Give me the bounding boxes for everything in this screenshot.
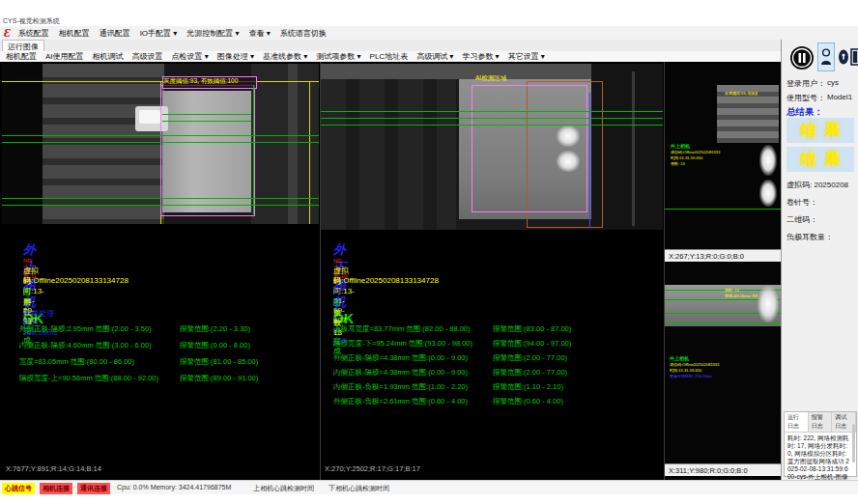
gripper-part <box>139 110 160 124</box>
tool-other-settings[interactable]: 其它设置 ▾ <box>508 51 545 62</box>
result-display-1: 结果 <box>786 118 854 143</box>
exit-button[interactable] <box>849 42 858 71</box>
baseline <box>2 142 319 143</box>
alarm-range: 报警范围:(0.00 - 8.00) <box>180 341 250 350</box>
menu-bar: Ɛ 系统配置 相机配置 通讯配置 IO手配置 ▾ 光源控制配置 ▾ 查看 ▾ 系… <box>0 26 858 41</box>
model-value: Model1 <box>827 93 852 101</box>
reflection-blob <box>758 286 779 322</box>
virtual-code-label: 虚拟码: 20250208 <box>786 180 848 190</box>
machine-texture <box>43 64 164 224</box>
status-bar: 心跳信号 相机连接 通讯连接 Cpu: 0.0% Memory: 3424.41… <box>0 480 858 494</box>
alarm-range: 报警范围:(89.00 - 91.00) <box>180 374 258 383</box>
tool-baseline-params[interactable]: 基准线参数 ▾ <box>263 51 307 62</box>
tool-plc-address[interactable]: PLC地址表 <box>370 51 409 62</box>
tool-camera-config[interactable]: 相机配置 <box>6 51 37 62</box>
roi-rect <box>160 85 255 216</box>
mini-info-line: 层数: 13 <box>671 161 721 166</box>
machine-texture <box>321 79 456 230</box>
machine-texture <box>288 64 298 224</box>
alarm-range: 报警范围:(2.00 - 77.00) <box>493 368 567 378</box>
edge-line <box>162 121 251 122</box>
menu-view[interactable]: 查看 ▾ <box>249 28 271 39</box>
menu-system-config[interactable]: 系统配置 <box>18 28 49 39</box>
window-title: CYS-视觉检测系统 <box>3 16 60 26</box>
baseline <box>665 322 781 323</box>
log-tab-run[interactable]: 运行日志 <box>785 412 809 432</box>
tool-ai-config[interactable]: AI使用配置 <box>45 51 84 62</box>
measurement-row: 外侧正极-负极=2.61mm 范围:(0.60 - 4.00) <box>333 397 468 406</box>
menu-language-switch[interactable]: 系统语言切换 <box>280 28 327 39</box>
roi-rect <box>472 85 587 212</box>
measure-line <box>309 81 310 224</box>
log-panel: 运行日志 报警日志 调试日志 耗时: 222, 网络检测耗时: 17, 网络分发… <box>784 411 857 477</box>
edge-line <box>253 85 254 214</box>
baseline <box>665 209 781 210</box>
measurement-row: 宽度=83.05mm 范围:(80.00 - 86.00) <box>19 357 134 367</box>
app-window: { "window": { "title": "CYS-视觉检测系统" }, "… <box>0 0 858 504</box>
upper-camera-heartbeat: 上相机心跳检测时间 <box>253 484 314 493</box>
right-bottom-coords-strip: X:311;Y:980;R:0;G:0;B:0 <box>665 463 781 476</box>
lower-camera-heartbeat: 下相机心跳检测时间 <box>329 484 389 493</box>
alarm-range: 报警范围:(1.10 - 2.10) <box>493 382 563 392</box>
right-top-camera-preview[interactable]: 灰度阈值:93, 有效阈值:100 外上相机 虚拟码:Offline202502… <box>665 64 781 249</box>
model-label: 使用型号： <box>786 93 825 103</box>
menu-light-config[interactable]: 光源控制配置 ▾ <box>186 28 239 39</box>
login-user-label: 登录用户： <box>786 78 825 89</box>
mini-info-line: 时间:13-31-59-650 <box>670 368 720 373</box>
comm-connection-badge: 通讯连接 <box>77 483 110 494</box>
cpu-memory-status: Cpu: 0.0% Memory: 3424.41796875M <box>117 484 231 490</box>
measurement-row: 隔膜宽度-上=90.56mm 范围:(88.00 - 92.00) <box>19 374 158 383</box>
right-top-pixel-coords: X:267;Y:13;R:0;G:0;B:0 <box>669 252 744 261</box>
menu-io-config[interactable]: IO手配置 ▾ <box>140 28 178 39</box>
user-login-button[interactable] <box>817 42 835 71</box>
threshold-label: 灰度阈值:93, 有效阈值:100 <box>162 76 257 89</box>
menu-comm-config[interactable]: 通讯配置 <box>100 28 130 39</box>
heartbeat-status-badge: 心跳信号 <box>2 483 35 494</box>
right-bottom-camera-preview[interactable]: 层数: 13 宽度=83.05mm 范围:(80.00 - 86.00) 外上相… <box>665 263 781 463</box>
mini-info-line: 时间:13-31-59-650 <box>671 155 721 160</box>
result-text: 结果 <box>792 150 849 170</box>
measurement-row: 隔膜宽度-下=95.24mm 范围:(93.00 - 98.00) <box>333 339 472 349</box>
log-scrollbar[interactable] <box>852 424 855 462</box>
tool-camera-debug[interactable]: 相机调试 <box>93 51 124 62</box>
mini-info-line: 虚拟码:Offline20250208133134728 <box>671 150 721 154</box>
log-tab-alarm[interactable]: 报警日志 <box>809 412 833 432</box>
spindle-number-label: 卷针号： <box>786 197 817 208</box>
login-user-value: cys <box>827 78 839 87</box>
alarm-range: 报警范围:(81.00 - 85.00) <box>180 357 258 367</box>
left-pixel-coords: X:7677;Y:891;R:14;G:14;B:14 <box>6 464 101 473</box>
tool-learning-params[interactable]: 学习参数 ▾ <box>462 51 499 62</box>
negative-tab-count-label: 负极耳数量： <box>786 232 833 242</box>
pause-button[interactable] <box>787 43 815 71</box>
center-camera-image[interactable]: AI检测区域 <box>321 64 663 230</box>
reflection-blob <box>557 151 580 172</box>
mini-info-line: 虚拟码:Offline20250208133134728 <box>670 362 720 367</box>
reflection-blob <box>759 145 777 176</box>
result-text: 结果 <box>792 121 849 141</box>
tool-image-processing[interactable]: 图像处理 ▾ <box>217 51 254 62</box>
baseline <box>321 111 663 112</box>
measurement-row: 内侧正极-负极=1.93mm 范围:(1.00 - 2.20) <box>333 382 468 392</box>
mini-camera-title: 外上相机 <box>670 355 689 361</box>
log-tabs: 运行日志 报警日志 调试日志 <box>785 412 856 433</box>
center-pixel-coords: X:270;Y:2502;R:17;G:17;B:17 <box>325 464 420 473</box>
mini-info-line: 图像处理耗时: 258.59ms <box>670 374 720 378</box>
camera-connection-badge: 相机连接 <box>40 483 72 494</box>
menu-camera-config[interactable]: 相机配置 <box>59 28 90 39</box>
machine-texture <box>2 64 43 224</box>
machine-texture <box>632 71 635 226</box>
ai-region-label: AI检测区域 <box>475 74 506 83</box>
baseline <box>2 198 319 199</box>
alarm-range: 报警范围:(2.20 - 3.30) <box>180 324 250 334</box>
baseline <box>2 135 319 136</box>
mini-camera-title: 外上相机 <box>671 143 690 149</box>
tool-spotcheck-settings[interactable]: 点检设置 ▾ <box>172 51 209 62</box>
baseline <box>321 125 663 126</box>
tool-test-params[interactable]: 测试项参数 ▾ <box>316 51 360 62</box>
tool-advanced-settings[interactable]: 高级设置 <box>132 51 163 62</box>
qr-code-label: 二维码： <box>786 214 817 225</box>
tool-advanced-debug[interactable]: 高级调试 ▾ <box>416 51 453 62</box>
alarm-range: 报警范围:(2.00 - 77.00) <box>493 353 567 363</box>
reflection-blob <box>557 126 580 147</box>
left-camera-image[interactable]: 灰度阈值:93, 有效阈值:100 <box>2 64 319 224</box>
